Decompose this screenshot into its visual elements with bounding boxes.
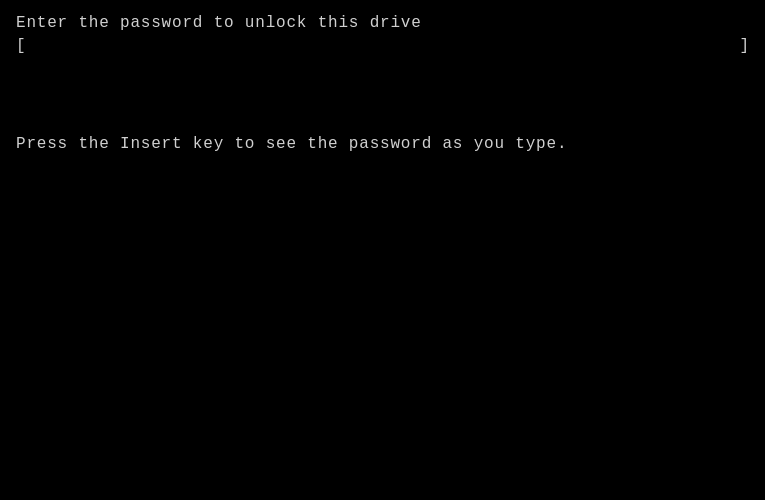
password-input[interactable] — [26, 36, 740, 55]
prompt-label: Enter the password to unlock this drive — [16, 14, 749, 32]
bracket-left: [ — [16, 37, 26, 55]
hint-text: Press the Insert key to see the password… — [16, 135, 749, 153]
bracket-right: ] — [739, 37, 749, 55]
password-input-line[interactable]: [ ] — [16, 36, 749, 55]
terminal-screen: Enter the password to unlock this drive … — [0, 0, 765, 500]
